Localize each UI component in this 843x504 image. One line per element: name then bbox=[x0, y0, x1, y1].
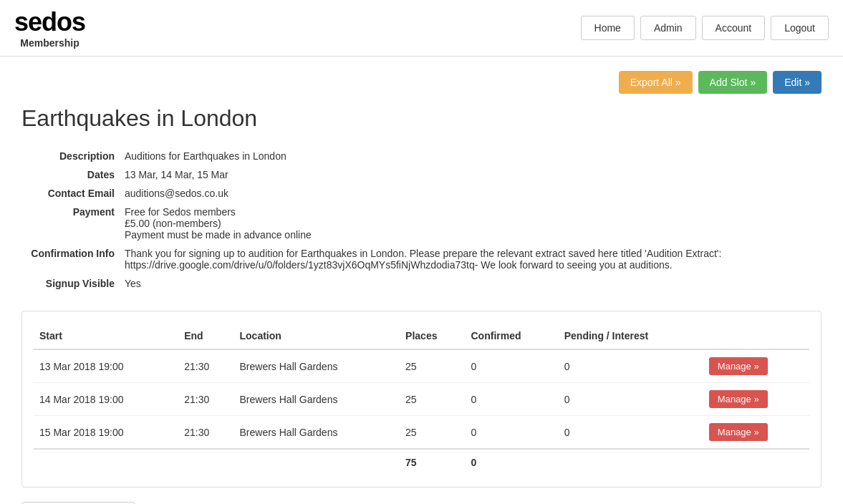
header: sedos Membership Home Admin Account Logo… bbox=[0, 0, 843, 57]
slots-table: Start End Location Places Confirmed Pend… bbox=[34, 323, 809, 475]
row-pending: 0 bbox=[559, 383, 703, 416]
manage-button[interactable]: Manage » bbox=[709, 423, 768, 441]
confirmation-label: Confirmation Info bbox=[23, 245, 123, 273]
header-row: Start End Location Places Confirmed Pend… bbox=[34, 323, 809, 349]
row-start: 14 Mar 2018 19:00 bbox=[34, 383, 178, 416]
description-value: Auditions for Earthquakes in London bbox=[125, 147, 820, 165]
row-confirmed: 0 bbox=[466, 349, 559, 383]
payment-line1: Free for Sedos members bbox=[125, 206, 236, 218]
top-actions: Export All » Add Slot » Edit » bbox=[21, 71, 822, 94]
row-places: 25 bbox=[400, 416, 465, 450]
row-end: 21:30 bbox=[178, 416, 233, 450]
col-location: Location bbox=[234, 323, 400, 349]
slots-table-footer: 75 0 bbox=[34, 449, 809, 475]
table-row: 15 Mar 2018 19:00 21:30 Brewers Hall Gar… bbox=[34, 416, 809, 450]
logout-button[interactable]: Logout bbox=[771, 16, 829, 40]
signup-visible-value: Yes bbox=[125, 275, 820, 292]
nav-buttons: Home Admin Account Logout bbox=[581, 16, 829, 40]
logo-subtitle: Membership bbox=[14, 37, 85, 49]
add-slot-button[interactable]: Add Slot » bbox=[698, 71, 768, 94]
home-button[interactable]: Home bbox=[581, 16, 635, 40]
description-row: Description Auditions for Earthquakes in… bbox=[23, 147, 820, 165]
col-end: End bbox=[178, 323, 233, 349]
contact-email-label: Contact Email bbox=[23, 185, 123, 202]
payment-line3: Payment must be made in advance online bbox=[125, 229, 312, 241]
slots-container: Start End Location Places Confirmed Pend… bbox=[21, 311, 822, 488]
table-row: 14 Mar 2018 19:00 21:30 Brewers Hall Gar… bbox=[34, 383, 809, 416]
manage-button[interactable]: Manage » bbox=[709, 357, 768, 375]
table-row: 13 Mar 2018 19:00 21:30 Brewers Hall Gar… bbox=[34, 349, 809, 383]
dates-row: Dates 13 Mar, 14 Mar, 15 Mar bbox=[23, 166, 820, 183]
row-start: 13 Mar 2018 19:00 bbox=[34, 349, 178, 383]
totals-row: 75 0 bbox=[34, 449, 809, 475]
details-table: Description Auditions for Earthquakes in… bbox=[21, 146, 822, 294]
page-title: Earthquakes in London bbox=[21, 105, 822, 132]
row-confirmed: 0 bbox=[466, 383, 559, 416]
export-all-button[interactable]: Export All » bbox=[619, 71, 693, 94]
payment-label: Payment bbox=[23, 203, 123, 243]
payment-line2: £5.00 (non-members) bbox=[125, 218, 221, 229]
manage-button[interactable]: Manage » bbox=[709, 390, 768, 408]
col-pending: Pending / Interest bbox=[559, 323, 703, 349]
row-pending: 0 bbox=[559, 349, 703, 383]
row-places: 25 bbox=[400, 383, 465, 416]
col-confirmed: Confirmed bbox=[466, 323, 559, 349]
col-places: Places bbox=[400, 323, 465, 349]
payment-row: Payment Free for Sedos members £5.00 (no… bbox=[23, 203, 820, 243]
slots-table-body: 13 Mar 2018 19:00 21:30 Brewers Hall Gar… bbox=[34, 349, 809, 449]
row-manage: Manage » bbox=[703, 383, 809, 416]
edit-button[interactable]: Edit » bbox=[773, 71, 822, 94]
row-places: 25 bbox=[400, 349, 465, 383]
total-places: 75 bbox=[400, 449, 465, 475]
row-manage: Manage » bbox=[703, 416, 809, 450]
admin-button[interactable]: Admin bbox=[640, 16, 696, 40]
account-button[interactable]: Account bbox=[702, 16, 766, 40]
col-actions bbox=[703, 323, 809, 349]
col-start: Start bbox=[34, 323, 178, 349]
row-location: Brewers Hall Gardens bbox=[234, 349, 400, 383]
row-confirmed: 0 bbox=[466, 416, 559, 450]
main-content: Export All » Add Slot » Edit » Earthquak… bbox=[0, 57, 843, 504]
signup-visible-label: Signup Visible bbox=[23, 275, 123, 292]
row-start: 15 Mar 2018 19:00 bbox=[34, 416, 178, 450]
dates-label: Dates bbox=[23, 166, 123, 183]
row-end: 21:30 bbox=[178, 349, 233, 383]
row-end: 21:30 bbox=[178, 383, 233, 416]
contact-email-row: Contact Email auditions@sedos.co.uk bbox=[23, 185, 820, 202]
row-pending: 0 bbox=[559, 416, 703, 450]
row-location: Brewers Hall Gardens bbox=[234, 416, 400, 450]
payment-value: Free for Sedos members £5.00 (non-member… bbox=[125, 203, 820, 243]
signup-visible-row: Signup Visible Yes bbox=[23, 275, 820, 292]
contact-email-value: auditions@sedos.co.uk bbox=[125, 185, 820, 202]
dates-value: 13 Mar, 14 Mar, 15 Mar bbox=[125, 166, 820, 183]
total-confirmed: 0 bbox=[466, 449, 559, 475]
slots-table-header: Start End Location Places Confirmed Pend… bbox=[34, 323, 809, 349]
row-manage: Manage » bbox=[703, 349, 809, 383]
row-location: Brewers Hall Gardens bbox=[234, 383, 400, 416]
confirmation-value: Thank you for signing up to audition for… bbox=[125, 245, 820, 273]
logo: sedos bbox=[14, 7, 85, 37]
confirmation-row: Confirmation Info Thank you for signing … bbox=[23, 245, 820, 273]
description-label: Description bbox=[23, 147, 123, 165]
logo-area: sedos Membership bbox=[14, 7, 85, 49]
